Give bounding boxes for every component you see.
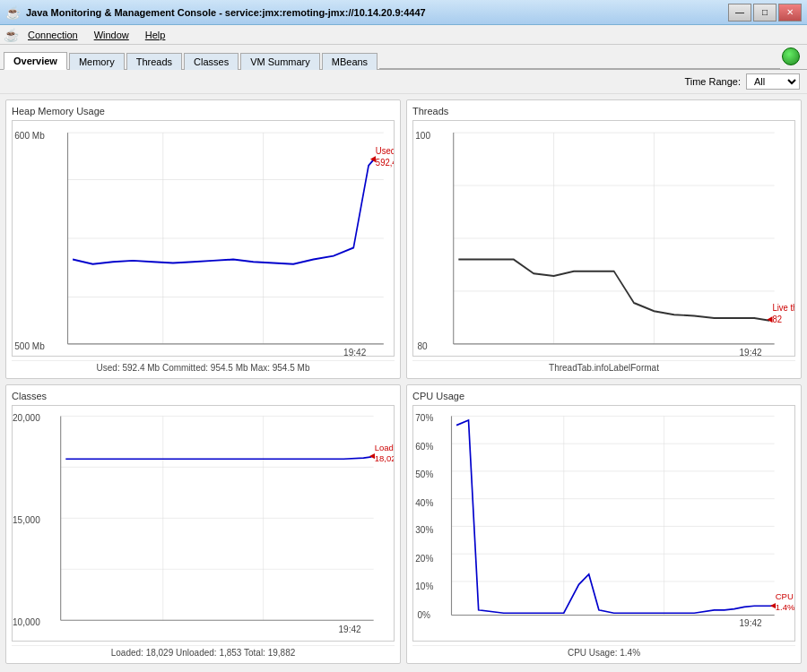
cpu-footer: CPU Usage: 1.4% xyxy=(412,645,795,658)
svg-text:20%: 20% xyxy=(415,554,433,564)
svg-text:100: 100 xyxy=(415,129,430,141)
svg-text:19:42: 19:42 xyxy=(739,618,761,628)
classes-title: Classes xyxy=(12,391,395,401)
app-icon: ☕ xyxy=(5,5,21,20)
svg-text:Live threads: Live threads xyxy=(772,303,794,314)
svg-text:◄: ◄ xyxy=(766,314,775,325)
heap-memory-title: Heap Memory Usage xyxy=(12,106,395,116)
svg-text:19:42: 19:42 xyxy=(739,346,761,356)
classes-footer: Loaded: 18,029 Unloaded: 1,853 Total: 19… xyxy=(12,645,395,658)
window-controls: — □ ✕ xyxy=(728,4,802,22)
heap-memory-footer: Used: 592.4 Mb Committed: 954.5 Mb Max: … xyxy=(12,360,395,373)
tab-threads[interactable]: Threads xyxy=(126,53,182,70)
svg-text:70%: 70% xyxy=(415,413,433,423)
svg-text:Loaded: Loaded xyxy=(375,443,394,452)
menu-bar: ☕ Connection Window Help xyxy=(0,25,807,45)
window-title: Java Monitoring & Management Console - s… xyxy=(26,7,723,18)
svg-text:592,425,144: 592,425,144 xyxy=(376,157,394,168)
app-logo-icon: ☕ xyxy=(4,28,19,42)
heap-memory-chart: 600 Mb 500 Mb Used 592,425,144 xyxy=(12,120,395,357)
heap-memory-panel: Heap Memory Usage 600 Mb 500 Mb xyxy=(5,99,401,379)
svg-text:40%: 40% xyxy=(415,498,433,508)
svg-text:19:42: 19:42 xyxy=(343,346,366,356)
threads-chart: 100 80 Live threads 82 ◄ xyxy=(412,120,795,357)
menu-window[interactable]: Window xyxy=(87,28,136,42)
time-range-select[interactable]: All 1 min 5 min 10 min 30 min 1 hour xyxy=(746,73,800,90)
time-range-label: Time Range: xyxy=(684,76,741,87)
svg-text:10,000: 10,000 xyxy=(13,617,40,627)
svg-text:20,000: 20,000 xyxy=(13,413,40,423)
svg-text:10%: 10% xyxy=(415,582,433,591)
close-button[interactable]: ✕ xyxy=(778,4,802,22)
cpu-panel: CPU Usage 70% 60% 50% 40% 30% 20% 10% 0% xyxy=(406,384,802,664)
title-bar: ☕ Java Monitoring & Management Console -… xyxy=(0,0,807,25)
svg-text:◄: ◄ xyxy=(368,451,377,461)
menu-help[interactable]: Help xyxy=(138,28,173,42)
svg-text:500 Mb: 500 Mb xyxy=(14,340,45,352)
svg-text:18,029: 18,029 xyxy=(375,452,394,462)
classes-panel: Classes 20,000 15,000 10,000 xyxy=(5,384,401,664)
svg-text:◄: ◄ xyxy=(369,152,377,164)
tab-vm-summary[interactable]: VM Summary xyxy=(240,53,320,70)
threads-title: Threads xyxy=(412,106,795,116)
toolbar: Time Range: All 1 min 5 min 10 min 30 mi… xyxy=(0,70,807,94)
threads-panel: Threads 100 80 Live xyxy=(406,99,802,379)
svg-text:1.4%: 1.4% xyxy=(776,602,794,612)
minimize-button[interactable]: — xyxy=(728,4,751,22)
tab-overview[interactable]: Overview xyxy=(4,52,67,70)
svg-text:0%: 0% xyxy=(417,610,430,620)
svg-text:CPU Usage: CPU Usage xyxy=(776,591,794,601)
connection-status-indicator xyxy=(782,47,800,65)
svg-text:60%: 60% xyxy=(415,442,433,452)
tab-classes[interactable]: Classes xyxy=(184,53,239,70)
svg-text:50%: 50% xyxy=(415,470,433,479)
maximize-button[interactable]: □ xyxy=(753,4,777,22)
menu-connection[interactable]: Connection xyxy=(21,28,85,42)
cpu-title: CPU Usage xyxy=(412,391,795,401)
tab-mbeans[interactable]: MBeans xyxy=(322,53,377,70)
svg-text:80: 80 xyxy=(417,340,427,352)
svg-text:◄: ◄ xyxy=(768,599,777,609)
main-content: Heap Memory Usage 600 Mb 500 Mb xyxy=(0,94,807,669)
classes-chart: 20,000 15,000 10,000 Loaded 18,02 xyxy=(12,405,395,642)
threads-footer: ThreadTab.infoLabelFormat xyxy=(412,360,795,373)
cpu-chart: 70% 60% 50% 40% 30% 20% 10% 0% xyxy=(412,405,795,642)
svg-text:600 Mb: 600 Mb xyxy=(14,129,45,141)
svg-text:30%: 30% xyxy=(415,525,433,535)
tabs-bar: Overview Memory Threads Classes VM Summa… xyxy=(0,45,807,70)
tab-memory[interactable]: Memory xyxy=(69,53,125,70)
svg-text:Used: Used xyxy=(376,145,394,156)
svg-text:19:42: 19:42 xyxy=(338,625,360,634)
svg-text:15,000: 15,000 xyxy=(13,515,40,525)
